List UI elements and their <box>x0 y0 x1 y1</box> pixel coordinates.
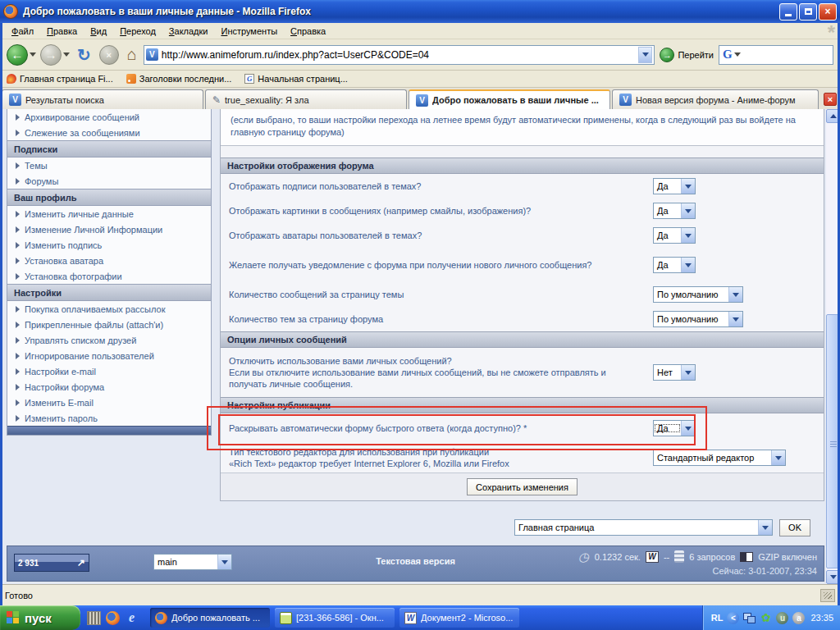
sidebar-item-email-settings[interactable]: Настройки e-mail <box>7 363 211 379</box>
search-engine-dropdown-icon[interactable] <box>734 52 741 57</box>
internet-explorer-icon[interactable]: e <box>125 611 139 625</box>
sidebar-item-attachments[interactable]: Прикрепленные файлы (attach'и) <box>7 317 211 332</box>
tab-usercp-active[interactable]: V Добро пожаловать в ваши личные ... <box>409 89 610 109</box>
taskbar-button-firefox[interactable]: Добро пожаловать ... <box>150 608 270 628</box>
url-dropdown-button[interactable] <box>638 47 652 63</box>
pm-notify-select[interactable]: Да <box>653 257 696 273</box>
reload-button[interactable]: ↻ <box>77 45 91 65</box>
sidebar-item-forums[interactable]: Форумы <box>7 173 211 189</box>
go-button[interactable]: → Перейти <box>660 48 714 62</box>
arrow-bullet-icon <box>16 273 20 280</box>
avatars-select[interactable]: Да <box>653 227 696 244</box>
forward-dropdown-icon[interactable] <box>63 52 70 57</box>
taskbar-button-icq[interactable]: [231-366-586] - Окн... <box>275 608 395 628</box>
tab-search-results[interactable]: V Результаты поиска <box>2 89 203 109</box>
icq-flower-icon[interactable]: ✿ <box>760 612 772 624</box>
language-indicator[interactable]: RL <box>711 613 724 623</box>
sidebar-item-change-password[interactable]: Изменить пароль <box>7 410 211 426</box>
url-input[interactable] <box>158 49 639 61</box>
sidebar-item-label: Игнорирование пользователей <box>25 351 154 361</box>
chevron-down-icon <box>733 317 739 322</box>
back-button[interactable]: ← <box>7 44 28 66</box>
punto-switcher-icon[interactable]: a <box>792 612 805 624</box>
form-row-pm-notify: Желаете получать уведомление с форума пр… <box>221 248 824 282</box>
tab-new-forum-version[interactable]: V Новая версия форума - Аниме-форум <box>612 89 819 109</box>
select-arrow-button[interactable] <box>681 258 695 272</box>
sidebar-item-change-email[interactable]: Изменить E-mail <box>7 395 211 410</box>
arrow-bullet-icon <box>16 258 20 264</box>
address-bar[interactable]: V <box>144 45 655 65</box>
select-arrow-button[interactable] <box>758 520 772 535</box>
sidebar-item-track[interactable]: Слежение за сообщениями <box>7 125 211 140</box>
chevron-down-icon <box>685 209 692 213</box>
menu-bookmarks[interactable]: Закладки <box>162 25 215 38</box>
board-footer-bar: 2 931 ↗ main Текстовая версия ◷ 0.1232 с… <box>7 546 824 582</box>
back-dropdown-icon[interactable] <box>30 52 36 57</box>
section-display-settings: Настройки отображения форума <box>221 158 824 174</box>
menu-go[interactable]: Переход <box>113 25 162 38</box>
arrow-bullet-icon <box>16 226 20 233</box>
save-strip: Сохранить изменения <box>221 472 824 500</box>
clock-icon: ◷ <box>578 550 590 563</box>
chevron-down-icon <box>733 293 739 297</box>
sidebar-item-edit-info[interactable]: Изменение Личной Информации <box>7 221 211 237</box>
network-icon[interactable] <box>743 612 756 624</box>
utorrent-icon[interactable]: u <box>776 612 788 624</box>
menu-help[interactable]: Справка <box>284 25 332 38</box>
restore-button[interactable] <box>799 3 817 21</box>
taskbar-button-word[interactable]: W Документ2 - Microso... <box>399 608 519 628</box>
menu-file[interactable]: Файл <box>5 25 40 38</box>
images-select[interactable]: Да <box>653 203 696 219</box>
sidebar-item-avatar[interactable]: Установка аватара <box>7 253 211 268</box>
select-arrow-button[interactable] <box>681 365 695 380</box>
close-tab-button[interactable]: × <box>824 93 837 106</box>
bookmark-startpage[interactable]: G Начальная страниц... <box>244 74 347 84</box>
form-row-topics-per-page: Количество тем за страницу форума По умо… <box>221 307 824 331</box>
resize-grip-icon[interactable] <box>820 589 835 602</box>
sidebar-item-archive[interactable]: Архивирование сообщений <box>7 109 211 125</box>
bookmark-home[interactable]: Главная страница Fi... <box>7 74 113 84</box>
home-button[interactable]: ⌂ <box>127 45 137 64</box>
start-button[interactable]: пуск <box>0 605 80 630</box>
chevron-down-icon <box>830 575 837 579</box>
disable-pm-select[interactable]: Нет <box>653 364 696 381</box>
posts-per-page-select[interactable]: По умолчанию <box>653 286 743 303</box>
select-arrow-button[interactable] <box>728 312 742 326</box>
bookmark-headlines[interactable]: Заголовки последни... <box>126 74 232 84</box>
select-arrow-button[interactable] <box>681 179 695 194</box>
select-arrow-button[interactable] <box>681 228 695 243</box>
signatures-select[interactable]: Да <box>653 178 696 194</box>
topics-per-page-select[interactable]: По умолчанию <box>653 311 743 327</box>
google-icon: G <box>723 48 733 62</box>
search-box[interactable]: G <box>719 45 833 65</box>
firefox-icon[interactable] <box>106 611 120 625</box>
ok-button[interactable]: OK <box>779 519 810 536</box>
keyboard-layout-icon[interactable] <box>87 611 101 625</box>
sidebar-item-edit-personal[interactable]: Изменить личные данные <box>7 206 211 221</box>
sidebar-item-ignore[interactable]: Игнорирование пользователей <box>7 348 211 363</box>
stop-button[interactable]: × <box>99 45 119 65</box>
sidebar-item-board-settings[interactable]: Настройки форума <box>7 379 211 395</box>
forward-button[interactable]: → <box>40 44 62 66</box>
menu-tools[interactable]: Инструменты <box>214 25 284 38</box>
sidebar-item-friends[interactable]: Управлять списком друзей <box>7 332 211 348</box>
select-arrow-button[interactable] <box>771 450 785 465</box>
close-button[interactable]: × <box>819 3 837 21</box>
sidebar-item-subscriptions-paid[interactable]: Покупка оплачиваемых рассылок <box>7 301 211 317</box>
tray-collapse-icon[interactable]: < <box>727 612 739 624</box>
forum-jump-select[interactable]: Главная страница <box>514 519 773 536</box>
select-value: Главная страница <box>515 523 758 532</box>
sidebar-item-photo[interactable]: Установка фотографии <box>7 268 211 284</box>
rss-icon <box>126 74 136 84</box>
search-input[interactable] <box>745 49 829 61</box>
menu-view[interactable]: Вид <box>84 25 113 38</box>
save-changes-button[interactable]: Сохранить изменения <box>467 478 578 495</box>
tab-livejournal[interactable]: ✎ true_sexuality: Я зла <box>205 89 407 109</box>
sidebar-item-edit-signature[interactable]: Изменить подпись <box>7 237 211 253</box>
minimize-button[interactable] <box>779 3 797 21</box>
select-arrow-button[interactable] <box>681 203 695 218</box>
editor-type-select[interactable]: Стандартный редактор <box>653 450 786 466</box>
sidebar-item-topics[interactable]: Темы <box>7 158 211 173</box>
select-arrow-button[interactable] <box>728 287 742 302</box>
menu-edit[interactable]: Правка <box>40 25 84 38</box>
